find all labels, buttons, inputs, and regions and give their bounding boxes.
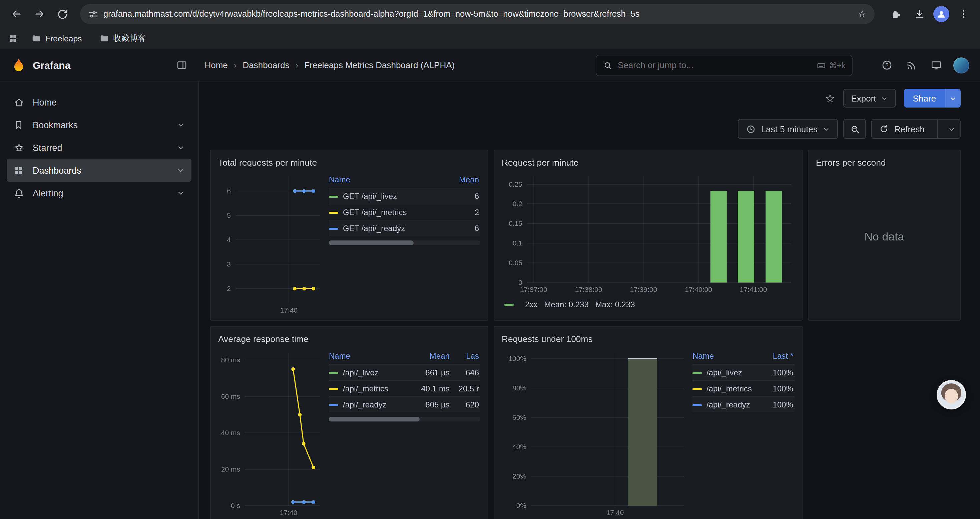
legend-column-header[interactable]: Name — [692, 349, 767, 364]
legend-scrollbar[interactable] — [329, 241, 480, 245]
app-name: Grafana — [33, 59, 70, 71]
help-icon[interactable]: ? — [877, 56, 896, 75]
series-name[interactable]: /api/_readyz — [343, 400, 387, 409]
time-controls: Last 5 minutes Refresh — [199, 119, 961, 139]
legend-row[interactable]: /api/_metrics40.1 ms20.5 r — [329, 380, 480, 396]
sidebar-item-dashboards[interactable]: Dashboards — [7, 159, 191, 182]
series-name[interactable]: /api/_metrics — [343, 384, 388, 393]
grafana-logo-icon[interactable] — [11, 57, 27, 73]
series-name[interactable]: GET /api/_livez — [343, 192, 397, 201]
svg-text:80 ms: 80 ms — [221, 356, 240, 364]
legend-table[interactable]: NameMeanGET /api/_livez6GET /api/_metric… — [329, 173, 480, 315]
panel-title[interactable]: Average response time — [218, 332, 480, 347]
series-label[interactable]: 2xx — [525, 300, 538, 309]
back-button[interactable] — [7, 4, 27, 24]
legend-column-header[interactable]: Mean — [448, 173, 480, 188]
legend-row[interactable]: GET /api/_metrics2 — [329, 204, 480, 220]
forward-button[interactable] — [29, 4, 49, 24]
export-button[interactable]: Export — [843, 89, 896, 107]
legend-row[interactable]: /api/_metrics100% — [692, 380, 795, 396]
zoom-out-icon[interactable] — [843, 119, 866, 139]
chevron-down-icon[interactable] — [177, 144, 185, 152]
legend-table[interactable]: NameLast */api/_livez100%/api/_metrics10… — [692, 349, 795, 517]
star-icon — [13, 142, 25, 153]
reload-button[interactable] — [52, 4, 72, 24]
legend-scrollbar[interactable] — [329, 417, 480, 422]
sidebar-item-home[interactable]: Home — [7, 91, 191, 113]
breadcrumb-separator: › — [296, 60, 299, 70]
search-input[interactable]: Search or jump to... ⌘+k — [596, 54, 853, 76]
timeseries-chart[interactable]: 6543217:40 — [218, 172, 323, 315]
timeseries-chart[interactable]: 80 ms60 ms40 ms20 ms0 s17:40 — [218, 348, 323, 517]
chevron-down-icon[interactable] — [177, 189, 185, 197]
svg-text:5: 5 — [227, 211, 231, 219]
share-dropdown-icon[interactable] — [945, 89, 961, 107]
panel-title[interactable]: Requests under 100ms — [502, 332, 795, 347]
legend-table[interactable]: NameMeanLas/api/_livez661 µs646/api/_met… — [329, 349, 480, 517]
browser-menu-kebab-icon[interactable] — [953, 4, 973, 24]
svg-text:17:37:00: 17:37:00 — [520, 286, 547, 293]
svg-text:17:39:00: 17:39:00 — [630, 286, 657, 293]
series-name[interactable]: /api/_livez — [343, 368, 379, 377]
legend-row[interactable]: /api/_livez100% — [692, 364, 795, 380]
user-avatar[interactable] — [953, 57, 969, 73]
extensions-icon[interactable] — [885, 4, 905, 24]
sidebar-item-starred[interactable]: Starred — [7, 136, 191, 159]
legend-row[interactable]: /api/_livez661 µs646 — [329, 364, 480, 380]
sidebar-toggle-icon[interactable] — [176, 59, 187, 71]
bookmark-freeleaps[interactable]: Freeleaps — [27, 31, 86, 45]
series-max: Max: 0.233 — [595, 300, 635, 309]
series-name[interactable]: /api/_metrics — [706, 384, 752, 393]
scrollbar-thumb[interactable] — [329, 417, 420, 422]
refresh-button[interactable]: Refresh — [872, 119, 961, 139]
refresh-label: Refresh — [894, 124, 924, 134]
favorite-star-icon[interactable]: ☆ — [825, 93, 835, 104]
svg-text:0%: 0% — [516, 501, 527, 509]
svg-text:17:38:00: 17:38:00 — [575, 286, 602, 293]
series-name[interactable]: /api/_readyz — [706, 400, 750, 409]
site-settings-icon[interactable] — [88, 9, 98, 19]
bar-chart[interactable]: 0.250.20.150.10.05017:37:0017:38:0017:39… — [502, 172, 795, 295]
legend-column-header[interactable]: Name — [329, 173, 448, 188]
chevron-down-icon[interactable] — [177, 121, 185, 129]
display-icon[interactable] — [927, 56, 945, 75]
legend-row[interactable]: /api/_readyz605 µs620 — [329, 396, 480, 412]
series-name[interactable]: GET /api/_readyz — [343, 224, 405, 233]
sidebar-item-bookmarks[interactable]: Bookmarks — [7, 113, 191, 136]
legend-row[interactable]: /api/_readyz100% — [692, 396, 795, 412]
legend-column-header[interactable]: Las — [451, 349, 480, 364]
panel-title[interactable]: Errors per second — [816, 156, 953, 170]
time-range-picker[interactable]: Last 5 minutes — [738, 119, 838, 139]
refresh-interval-dropdown[interactable] — [943, 120, 960, 138]
assistant-avatar[interactable] — [937, 380, 966, 409]
breadcrumb-home[interactable]: Home — [204, 60, 228, 70]
sidebar-item-alerting[interactable]: Alerting — [7, 182, 191, 204]
bookmark-star-icon[interactable]: ☆ — [858, 8, 867, 20]
panel-title[interactable]: Request per minute — [502, 156, 795, 170]
legend[interactable]: 2xx Mean: 0.233 Max: 0.233 — [502, 300, 795, 309]
share-button[interactable]: Share — [904, 89, 961, 107]
scrollbar-thumb[interactable] — [329, 241, 414, 245]
breadcrumb-dashboards[interactable]: Dashboards — [242, 60, 289, 70]
panel-title[interactable]: Total requests per minute — [218, 156, 480, 170]
bookmark-blog-folder[interactable]: 收藏博客 — [95, 31, 150, 46]
url-bar[interactable]: grafana.mathmast.com/d/deytv4rwavabkb/fr… — [80, 4, 875, 24]
news-rss-icon[interactable] — [902, 56, 921, 75]
share-label[interactable]: Share — [904, 89, 945, 107]
series-color-swatch — [692, 372, 702, 374]
breadcrumb-separator: › — [234, 60, 237, 70]
download-icon[interactable] — [909, 4, 929, 24]
series-name[interactable]: /api/_livez — [706, 368, 742, 377]
refresh-main[interactable]: Refresh — [872, 120, 932, 138]
chevron-down-icon[interactable] — [177, 166, 185, 174]
browser-profile-avatar[interactable] — [933, 6, 949, 22]
series-name[interactable]: GET /api/_metrics — [343, 208, 407, 217]
legend-column-header[interactable]: Last * — [767, 349, 795, 364]
apps-grid-icon[interactable] — [8, 34, 18, 43]
legend-column-header[interactable]: Mean — [410, 349, 451, 364]
legend-row[interactable]: GET /api/_livez6 — [329, 188, 480, 204]
bar-chart[interactable]: 100%80%60%40%20%0%17:40 — [502, 348, 687, 517]
legend-row[interactable]: GET /api/_readyz6 — [329, 220, 480, 236]
url-text[interactable]: grafana.mathmast.com/d/deytv4rwavabkb/fr… — [103, 10, 852, 19]
legend-column-header[interactable]: Name — [329, 349, 410, 364]
